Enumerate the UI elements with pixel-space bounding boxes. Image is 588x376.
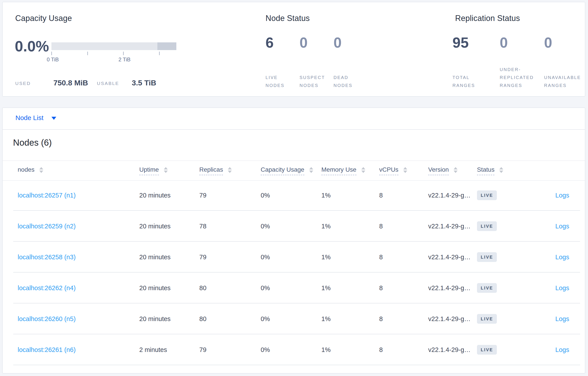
total-ranges-value: 95 [452, 35, 469, 50]
node-status-title: Node Status [265, 14, 310, 23]
node-list-header-strip: Node List [3, 108, 585, 130]
node-link[interactable]: localhost:26258 (n3) [18, 253, 76, 261]
vcpus-cell: 8 [379, 284, 383, 292]
table-row: localhost:26258 (n3) 20 minutes 79 0% 1%… [3, 242, 585, 272]
table-row: localhost:26259 (n2) 20 minutes 78 0% 1%… [3, 211, 585, 242]
status-badge: LIVE [477, 252, 497, 262]
memory-cell: 1% [321, 284, 331, 292]
sort-icon [454, 167, 458, 173]
logs-link[interactable]: Logs [555, 315, 569, 323]
nodes-count-title: Nodes (6) [13, 138, 52, 148]
node-link[interactable]: localhost:26260 (n5) [18, 315, 76, 323]
table-row: localhost:26261 (n6) 2 minutes 79 0% 1% … [3, 334, 585, 365]
uptime-cell: 2 minutes [139, 346, 167, 354]
column-header-replicas[interactable]: Replicas [199, 166, 232, 175]
node-link[interactable]: localhost:26259 (n2) [18, 223, 76, 230]
capacity-cell: 0% [261, 284, 270, 292]
vcpus-cell: 8 [379, 192, 383, 199]
under-replicated-stat: 0 UNDER- REPLICATED RANGES [500, 35, 508, 89]
memory-cell: 1% [321, 253, 331, 261]
column-header-version[interactable]: Version [428, 166, 458, 175]
used-label: USED [15, 81, 31, 86]
capacity-cell: 0% [261, 315, 270, 323]
node-list-panel: Node List Nodes (6) nodes Uptime Replica… [2, 107, 585, 374]
node-link[interactable]: localhost:26257 (n1) [18, 192, 76, 199]
vcpus-cell: 8 [379, 346, 383, 354]
live-nodes-label: LIVE NODES [265, 73, 284, 89]
logs-link[interactable]: Logs [555, 284, 569, 292]
table-row: localhost:26262 (n4) 20 minutes 80 0% 1%… [3, 272, 585, 303]
total-ranges-stat: 95 TOTAL RANGES [452, 35, 469, 89]
unavailable-ranges-stat: 0 UNAVAILABLE RANGES [544, 35, 552, 89]
total-ranges-label: TOTAL RANGES [452, 73, 475, 89]
sort-icon [403, 167, 407, 173]
node-list-dropdown[interactable]: Node List [15, 114, 56, 122]
replicas-cell: 80 [199, 315, 206, 323]
dead-nodes-label: DEAD NODES [334, 73, 353, 89]
column-header-nodes[interactable]: nodes [18, 166, 43, 173]
replicas-cell: 80 [199, 284, 206, 292]
capacity-used-percent: 0.0% [15, 38, 49, 55]
uptime-cell: 20 minutes [139, 315, 171, 323]
node-link[interactable]: localhost:26261 (n6) [18, 346, 76, 354]
axis-tick-label: 2 TiB [118, 56, 131, 63]
unavailable-ranges-label: UNAVAILABLE RANGES [544, 73, 581, 89]
suspect-nodes-stat: 0 SUSPECT NODES [300, 35, 308, 89]
status-badge: LIVE [477, 314, 497, 324]
memory-cell: 1% [321, 223, 331, 230]
version-cell: v22.1.4-29-g… [428, 223, 471, 230]
axis-tick-label: 0 TiB [47, 56, 59, 63]
dead-nodes-stat: 0 DEAD NODES [334, 35, 342, 89]
version-cell: v22.1.4-29-g… [428, 192, 471, 199]
version-cell: v22.1.4-29-g… [428, 315, 471, 323]
sort-icon [309, 167, 313, 173]
capacity-cell: 0% [261, 192, 270, 199]
usable-label: USABLE [97, 81, 119, 86]
version-cell: v22.1.4-29-g… [428, 253, 471, 261]
uptime-cell: 20 minutes [139, 284, 171, 292]
logs-link[interactable]: Logs [555, 346, 569, 354]
suspect-nodes-label: SUSPECT NODES [300, 73, 325, 89]
vcpus-cell: 8 [379, 315, 383, 323]
status-badge: LIVE [477, 283, 497, 293]
capacity-cell: 0% [261, 253, 270, 261]
status-badge: LIVE [477, 190, 497, 200]
status-badge: LIVE [477, 345, 497, 355]
column-header-status[interactable]: Status [477, 166, 503, 175]
column-header-uptime[interactable]: Uptime [139, 166, 168, 175]
under-replicated-label: UNDER- REPLICATED RANGES [500, 65, 534, 89]
sort-icon [499, 167, 503, 173]
sort-icon [164, 167, 168, 173]
replicas-cell: 79 [199, 346, 206, 354]
under-replicated-value: 0 [500, 35, 508, 50]
sort-icon [361, 167, 365, 173]
column-header-vcpus[interactable]: vCPUs [379, 166, 407, 175]
column-header-memory-use[interactable]: Memory Use [321, 166, 365, 175]
usable-value: 3.5 TiB [132, 79, 156, 87]
memory-cell: 1% [321, 346, 331, 354]
vcpus-cell: 8 [379, 223, 383, 230]
suspect-nodes-value: 0 [300, 35, 308, 50]
replication-status-title: Replication Status [455, 14, 520, 23]
logs-link[interactable]: Logs [555, 223, 569, 230]
node-link[interactable]: localhost:26262 (n4) [18, 284, 76, 292]
live-nodes-stat: 6 LIVE NODES [265, 35, 274, 89]
memory-cell: 1% [321, 315, 331, 323]
dead-nodes-value: 0 [334, 35, 342, 50]
table-row: localhost:26260 (n5) 20 minutes 80 0% 1%… [3, 303, 585, 334]
table-header-row: nodes Uptime Replicas Capacity Usage Mem… [3, 160, 585, 181]
uptime-cell: 20 minutes [139, 192, 171, 199]
uptime-cell: 20 minutes [139, 253, 171, 261]
used-value: 750.8 MiB [53, 79, 88, 87]
logs-link[interactable]: Logs [555, 253, 569, 261]
logs-link[interactable]: Logs [555, 192, 569, 199]
sort-icon [228, 167, 232, 173]
sort-icon [39, 167, 43, 173]
version-cell: v22.1.4-29-g… [428, 346, 471, 354]
replicas-cell: 79 [199, 192, 206, 199]
capacity-cell: 0% [261, 223, 270, 230]
memory-cell: 1% [321, 192, 331, 199]
column-header-capacity-usage[interactable]: Capacity Usage [261, 166, 313, 175]
unavailable-ranges-value: 0 [544, 35, 552, 50]
axis-tick [159, 52, 160, 55]
